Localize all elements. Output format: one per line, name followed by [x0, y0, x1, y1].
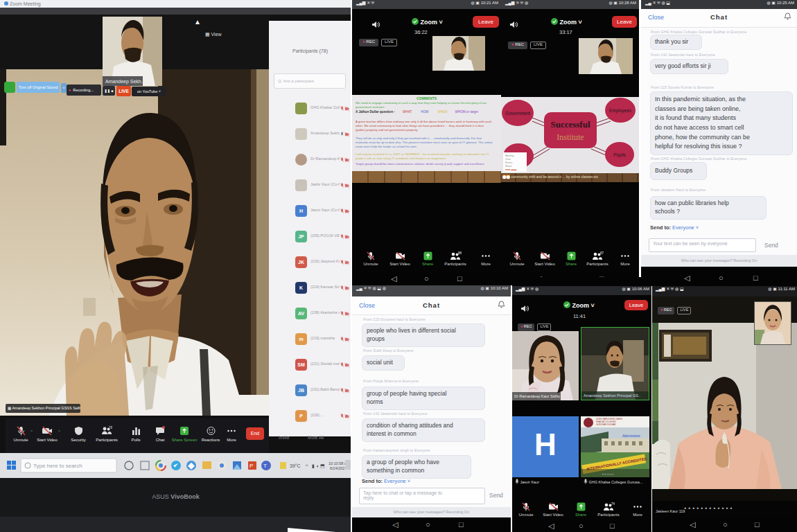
svg-text:Institute: Institute	[557, 132, 584, 142]
svg-text:Pupils: Pupils	[613, 152, 626, 158]
svg-text:6/24/2021: 6/24/2021	[330, 466, 347, 470]
svg-text:39°C: 39°C	[290, 463, 301, 468]
svg-text:Successful: Successful	[550, 119, 590, 130]
svg-text:87: 87	[600, 251, 604, 255]
svg-text:Admissions: Admissions	[622, 434, 640, 438]
svg-text:GURUSAR SUDHAR: GURUSAR SUDHAR	[596, 423, 616, 426]
svg-text:Amandeep Sekh...: Amandeep Sekh...	[105, 79, 146, 85]
svg-text:74: 74	[611, 502, 615, 506]
svg-text:88: 88	[458, 251, 462, 255]
svg-text:●●● ▬▬: ●●● ▬▬	[505, 168, 516, 171]
svg-text:T: T	[263, 463, 267, 469]
svg-text:Government: Government	[505, 111, 530, 116]
svg-text:Amandeep Sekhon Principal GS..: Amandeep Sekhon Principal GS..	[584, 393, 640, 398]
svg-text:Meeting: Meeting	[505, 154, 514, 157]
svg-text:Partici..: Partici..	[505, 161, 514, 164]
svg-text:Dr Ramandeep Kaur Sidhu: Dr Ramandeep Kaur Sidhu	[514, 394, 560, 398]
svg-text:78: 78	[109, 426, 112, 429]
svg-text:▮ ◖ ⬒: ▮ ◖ ⬒	[312, 463, 325, 468]
svg-text:Employees: Employees	[609, 108, 632, 114]
svg-text:P: P	[249, 463, 253, 469]
svg-text:Type here to search: Type here to search	[33, 463, 82, 469]
svg-text:Chat: Chat	[505, 158, 510, 161]
